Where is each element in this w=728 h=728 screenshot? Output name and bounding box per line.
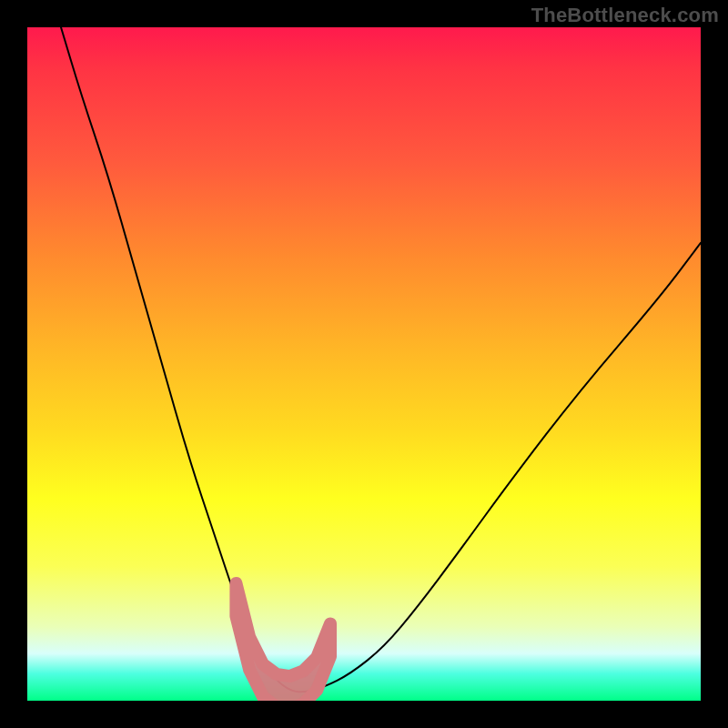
plot-gradient-area [27, 27, 701, 701]
chart-frame: TheBottleneck.com [0, 0, 728, 728]
watermark-text: TheBottleneck.com [531, 4, 719, 27]
